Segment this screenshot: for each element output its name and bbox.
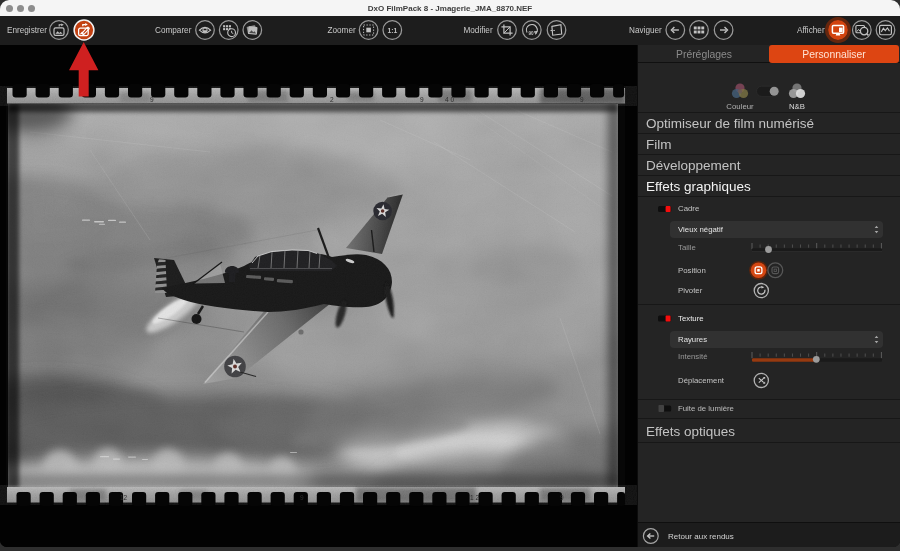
svg-text:2: 2 xyxy=(330,96,334,103)
svg-text:1:1: 1:1 xyxy=(387,27,397,34)
svg-text:9: 9 xyxy=(580,96,584,103)
svg-text:90°: 90° xyxy=(529,31,536,36)
svg-text:9: 9 xyxy=(150,96,154,103)
svg-text:4 0: 4 0 xyxy=(445,96,454,103)
svg-text:9: 9 xyxy=(300,494,304,501)
svg-text:12: 12 xyxy=(120,494,128,501)
svg-text:9: 9 xyxy=(420,96,424,103)
svg-text:9: 9 xyxy=(560,494,564,501)
svg-text:1 2: 1 2 xyxy=(470,494,479,501)
